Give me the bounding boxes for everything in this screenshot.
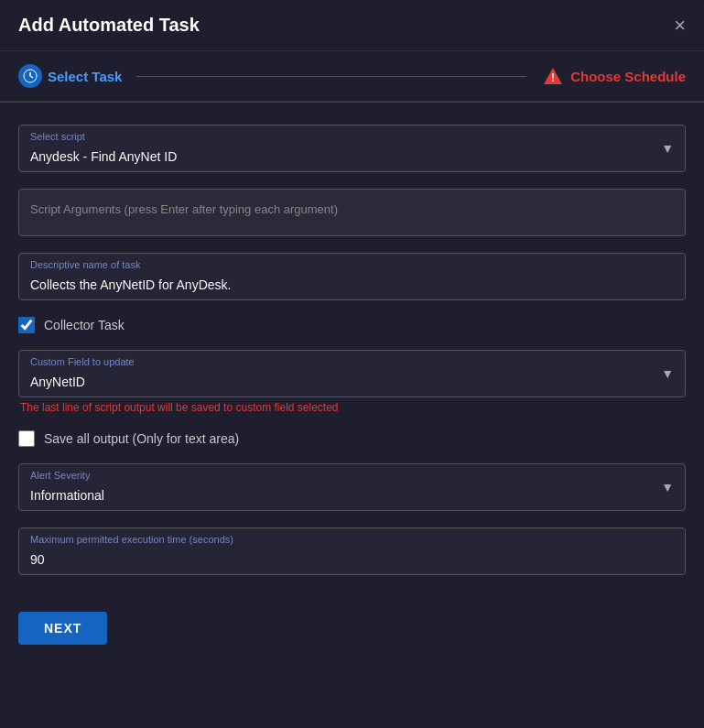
collector-task-label: Collector Task — [44, 318, 125, 332]
max-exec-time-wrapper: Maximum permitted execution time (second… — [18, 527, 686, 575]
descriptive-name-group: Descriptive name of task — [18, 253, 686, 300]
step2-item: ! Choose Schedule — [541, 64, 686, 88]
alert-severity-dropdown[interactable]: Informational — [19, 464, 685, 510]
modal-body: Select script Anydesk - Find AnyNet ID ▼… — [0, 103, 704, 597]
descriptive-name-wrapper: Descriptive name of task — [18, 253, 686, 300]
step1-item: Select Task — [18, 64, 122, 88]
step-connector — [136, 76, 526, 77]
script-args-group: Script Arguments (press Enter after typi… — [18, 189, 686, 236]
max-exec-time-label: Maximum permitted execution time (second… — [30, 534, 233, 545]
modal-footer: NEXT — [0, 597, 704, 659]
select-script-wrapper: Select script Anydesk - Find AnyNet ID ▼ — [18, 125, 686, 172]
modal-header: Add Automated Task × — [0, 0, 704, 51]
descriptive-name-label: Descriptive name of task — [30, 259, 140, 270]
save-all-output-row: Save all output (Only for text area) — [18, 430, 686, 447]
alert-severity-wrapper: Alert Severity Informational ▼ — [18, 463, 686, 511]
max-exec-time-group: Maximum permitted execution time (second… — [18, 527, 686, 575]
collector-task-checkbox[interactable] — [18, 317, 35, 333]
custom-field-wrapper: Custom Field to update AnyNetID ▼ — [18, 350, 686, 397]
select-script-label: Select script — [30, 131, 85, 142]
modal-title: Add Automated Task — [18, 15, 200, 36]
close-button[interactable]: × — [674, 16, 686, 36]
save-all-output-checkbox[interactable] — [18, 430, 35, 447]
step1-icon — [18, 64, 42, 88]
svg-text:!: ! — [551, 71, 555, 84]
select-script-dropdown[interactable]: Anydesk - Find AnyNet ID — [19, 125, 685, 171]
step2-label: Choose Schedule — [570, 69, 686, 84]
script-args-box[interactable]: Script Arguments (press Enter after typi… — [18, 189, 686, 236]
select-script-group: Select script Anydesk - Find AnyNet ID ▼ — [18, 125, 686, 172]
alert-severity-group: Alert Severity Informational ▼ — [18, 463, 686, 511]
warning-icon: ! — [543, 67, 563, 85]
step1-label: Select Task — [48, 69, 122, 84]
custom-field-label: Custom Field to update — [30, 356, 135, 367]
next-button[interactable]: NEXT — [18, 612, 107, 645]
step2-warning-icon: ! — [541, 64, 565, 88]
stepper: Select Task ! Choose Schedule — [0, 51, 704, 102]
custom-field-info: The last line of script output will be s… — [20, 401, 686, 414]
custom-field-group: Custom Field to update AnyNetID ▼ The la… — [18, 350, 686, 414]
add-automated-task-modal: Add Automated Task × Select Task ! — [0, 0, 704, 728]
clock-icon — [23, 69, 38, 83]
alert-severity-label: Alert Severity — [30, 470, 90, 481]
collector-task-row: Collector Task — [18, 317, 686, 333]
save-all-output-label: Save all output (Only for text area) — [44, 431, 239, 446]
svg-line-2 — [30, 76, 33, 78]
